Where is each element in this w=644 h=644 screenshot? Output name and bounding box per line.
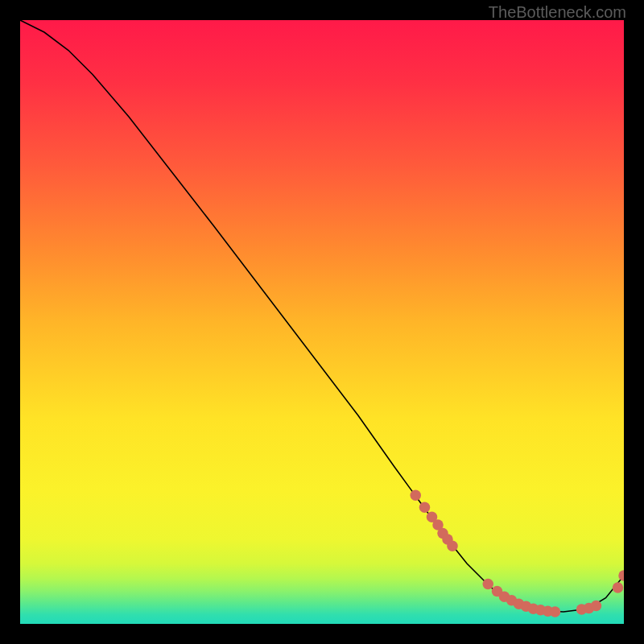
marker-dot <box>613 582 624 593</box>
marker-dot <box>411 489 422 501</box>
chart-markers <box>411 489 625 617</box>
marker-dot <box>618 570 624 581</box>
marker-dot <box>419 502 431 513</box>
marker-dot <box>447 541 458 552</box>
chart-curve <box>20 20 624 612</box>
marker-dot <box>550 606 561 617</box>
watermark-text: TheBottleneck.com <box>489 3 626 22</box>
marker-dot <box>483 579 494 590</box>
marker-dot <box>591 601 602 612</box>
chart-area <box>20 20 624 624</box>
chart-svg <box>20 20 624 624</box>
